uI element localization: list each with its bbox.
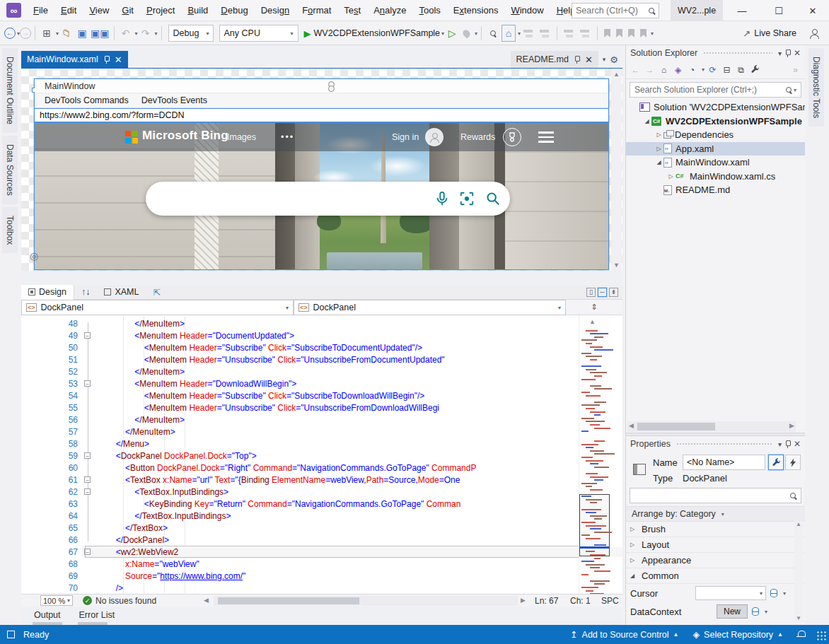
notifications-bell-button[interactable]: [790, 631, 812, 639]
fold-collapse-icon[interactable]: –: [84, 332, 91, 339]
code-line[interactable]: 54 <MenuItem Header="Subscribe" Click="S…: [21, 390, 622, 402]
name-input[interactable]: <No Name>: [683, 455, 765, 470]
tree-item-solution-wv2cdpextensionwpfsample[interactable]: Solution 'WV2CDPExtensionWPFSample': [626, 100, 805, 115]
microphone-icon[interactable]: [434, 191, 450, 206]
code-line[interactable]: 61– <TextBox x:Name="url" Text="{Binding…: [21, 474, 622, 486]
menu-item[interactable]: Build: [181, 0, 214, 21]
window-position-dropdown-icon[interactable]: ▾: [778, 49, 782, 57]
live-share-button[interactable]: ↗ Live Share: [743, 28, 796, 39]
code-line[interactable]: 50 <MenuItem Header="Subscribe" Click="S…: [21, 341, 622, 353]
tab-mainwindow-xaml[interactable]: MainWindow.xaml ✕: [21, 51, 128, 68]
property-category-brush[interactable]: ▷Brush: [626, 522, 805, 537]
hierarchy-icon[interactable]: [523, 29, 534, 38]
menu-item[interactable]: View: [83, 0, 115, 21]
indent-increase-icon[interactable]: [580, 29, 591, 38]
editor-minimap-scrollbar[interactable]: ▲: [579, 315, 610, 639]
code-line[interactable]: 70 />: [21, 582, 622, 594]
select-repository-button[interactable]: ◈ Select Repository ▲: [685, 629, 790, 640]
open-file-icon[interactable]: 📁︎: [59, 25, 74, 42]
start-debugging-icon[interactable]: ▶: [304, 28, 311, 39]
menu-item[interactable]: File: [27, 0, 54, 21]
close-icon[interactable]: ✕: [794, 439, 801, 449]
expander-icon[interactable]: ▷: [666, 173, 676, 180]
events-bolt-icon[interactable]: [785, 455, 801, 470]
bing-avatar-icon[interactable]: [425, 128, 444, 146]
pin-icon[interactable]: [574, 56, 580, 64]
tree-item-app-xaml[interactable]: ▷App.xaml: [626, 142, 805, 156]
fold-collapse-icon[interactable]: –: [84, 452, 91, 459]
redo-icon[interactable]: ↷: [139, 25, 153, 42]
tree-item-mainwindow-xaml[interactable]: ◢MainWindow.xaml: [626, 156, 805, 170]
collapse-pane-icon[interactable]: ⇟: [609, 288, 618, 297]
search-dropdown-icon[interactable]: ▾: [794, 87, 796, 93]
menu-item[interactable]: Project: [140, 0, 181, 21]
menu-item[interactable]: Test: [337, 0, 367, 21]
fold-collapse-icon[interactable]: –: [84, 488, 91, 495]
solution-home-dropdown[interactable]: ▾: [518, 30, 521, 37]
menu-item[interactable]: Window: [504, 0, 550, 21]
data-binding-icon[interactable]: [770, 589, 777, 597]
solution-search-box[interactable]: Search Solution Explorer (Ctrl+;) ▾: [630, 82, 801, 98]
expander-icon[interactable]: ◢: [654, 159, 663, 165]
code-line[interactable]: 65 </TextBox>: [21, 522, 622, 534]
code-line[interactable]: 62– <TextBox.InputBindings>: [21, 486, 622, 498]
hot-reload-dropdown[interactable]: ▾: [475, 30, 477, 37]
issues-status[interactable]: No issues found: [95, 596, 156, 606]
bookmark-next-icon[interactable]: [628, 29, 634, 37]
scroll-right-icon[interactable]: ▶: [521, 597, 526, 604]
expander-icon[interactable]: ▷: [654, 146, 663, 152]
designer-vertical-scrollbar[interactable]: ▲ ▼: [611, 69, 622, 271]
bing-search-box[interactable]: [146, 182, 510, 216]
expander-icon[interactable]: ▷: [630, 541, 637, 548]
solution-home-icon[interactable]: ⌂: [502, 25, 516, 42]
code-line[interactable]: 69 Source="https://www.bing.com/": [21, 570, 622, 582]
feedback-icon[interactable]: [809, 29, 819, 38]
code-line[interactable]: 67– <wv2:WebView2: [21, 546, 622, 558]
configuration-combobox[interactable]: Debug▾: [168, 25, 214, 42]
code-line[interactable]: 55 <MenuItem Header="Unsubscribe" Click=…: [21, 402, 622, 414]
url-textbox[interactable]: https://www2.bing.com/?form=DCDN: [35, 108, 608, 123]
code-line[interactable]: 59– <DockPanel DockPanel.Dock="Top">: [21, 450, 622, 462]
start-without-debugging-icon[interactable]: ▷: [445, 25, 459, 42]
new-project-dropdown[interactable]: ▾: [56, 30, 59, 37]
navigate-back-icon[interactable]: ←: [4, 28, 16, 39]
visual-search-icon[interactable]: [459, 191, 475, 206]
expander-icon[interactable]: ◢: [642, 118, 651, 124]
bottom-tab-error-list[interactable]: Error List: [74, 610, 121, 620]
maximize-button[interactable]: ☐: [763, 0, 795, 21]
expander-icon[interactable]: ▷: [630, 557, 637, 563]
scroll-up-icon[interactable]: ▲: [589, 318, 596, 325]
code-line[interactable]: 57 </MenuItem>: [21, 426, 622, 438]
code-line[interactable]: 58 </Menu>: [21, 438, 622, 450]
solution-horizontal-scrollbar[interactable]: ◀▶: [627, 421, 796, 432]
pin-icon[interactable]: [784, 49, 791, 57]
code-line[interactable]: 64 </TextBox.InputBindings>: [21, 510, 622, 522]
menu-item[interactable]: Design: [255, 0, 296, 21]
find-in-files-icon[interactable]: [486, 25, 500, 42]
sidebar-tab-toolbox[interactable]: Toolbox: [2, 207, 18, 253]
properties-search-box[interactable]: [630, 488, 801, 503]
save-all-icon[interactable]: ▣▣: [91, 25, 109, 42]
save-icon[interactable]: ▣: [75, 25, 89, 42]
hamburger-menu-icon[interactable]: [538, 131, 554, 143]
bing-rewards[interactable]: Rewards: [460, 132, 495, 142]
back-icon[interactable]: ←: [630, 64, 642, 76]
expander-icon[interactable]: ▷: [630, 526, 637, 532]
breadcrumb-design-dockpanel[interactable]: <> DockPanel ▾: [21, 300, 294, 315]
startup-project-dropdown[interactable]: ▾: [441, 30, 444, 37]
code-line[interactable]: 68 x:Name="webView": [21, 558, 622, 570]
bookmark-toggle-icon[interactable]: [604, 29, 610, 37]
bing-nav-more[interactable]: •••: [281, 132, 294, 142]
properties-window-icon[interactable]: [540, 29, 550, 38]
property-category-layout[interactable]: ▷Layout: [626, 537, 805, 553]
tab-list-dropdown-icon[interactable]: ▾: [603, 56, 606, 63]
quick-search-box[interactable]: Search (Ctrl+Q): [572, 3, 659, 18]
vertical-split-icon[interactable]: ▯: [586, 288, 596, 297]
arrange-by-selector[interactable]: Arrange by: Category▾: [626, 506, 805, 522]
bing-nav-images[interactable]: Images: [227, 132, 256, 142]
pending-changes-filter-icon[interactable]: ◔: [686, 64, 698, 76]
binding-dropdown-icon[interactable]: ▾: [765, 609, 767, 615]
indent-decrease-icon[interactable]: [564, 29, 574, 38]
spaces-indicator[interactable]: SPC: [601, 596, 619, 606]
scroll-left-icon[interactable]: ◀: [204, 597, 209, 604]
